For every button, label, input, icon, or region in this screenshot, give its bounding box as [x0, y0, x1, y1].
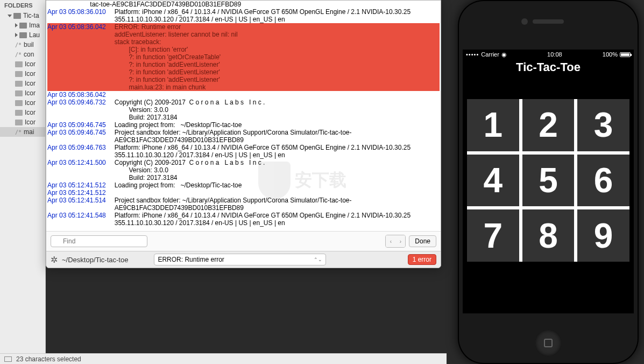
find-input[interactable] [51, 235, 147, 247]
tree-item[interactable]: Icor [0, 98, 45, 108]
log-message: Project sandbox folder: ~/Library/Applic… [111, 197, 440, 212]
phone-earpiece [533, 19, 564, 24]
image-icon [15, 120, 23, 125]
home-icon [544, 339, 553, 347]
error-count-badge[interactable]: 1 error [408, 254, 436, 265]
log-timestamp: Apr 03 05:12:41.548 [47, 212, 111, 227]
game-cell[interactable]: 5 [522, 155, 575, 207]
tree-item[interactable]: /*buil [0, 40, 45, 50]
file-icon: /* [15, 129, 22, 135]
app-title: Tic-Tac-Toe [463, 60, 634, 74]
log-line: Apr 03 05:12:41.512 [47, 189, 440, 197]
log-timestamp: Apr 03 05:09:46.745 [47, 129, 111, 144]
tree-item-label: buil [24, 41, 34, 48]
game-cell[interactable]: 2 [522, 99, 575, 151]
tree-item[interactable]: Icor [0, 88, 45, 98]
log-line: Apr 03 05:09:46.745 Project sandbox fold… [47, 129, 440, 144]
tree-item[interactable]: Ima [0, 20, 45, 30]
disclosure-triangle-icon[interactable] [8, 15, 12, 17]
log-timestamp: Apr 03 05:12:41.514 [47, 197, 111, 212]
tree-item[interactable]: Icor [0, 117, 45, 127]
error-dropdown-label: ERROR: Runtime error [158, 256, 224, 263]
log-message: ERROR: Runtime error addEventListener: l… [111, 23, 238, 91]
image-icon [15, 61, 23, 67]
done-button[interactable]: Done [409, 235, 436, 247]
game-cell[interactable]: 3 [577, 99, 629, 151]
editor-status-bar: 23 characters selected [0, 353, 447, 364]
tree-item[interactable]: Icor [0, 69, 45, 79]
log-line: Apr 03 05:09:46.732 Copyright (C) 2009-2… [47, 99, 440, 121]
log-line: Apr 03 05:12:41.514 Project sandbox fold… [47, 197, 440, 212]
log-line: Apr 03 05:12:41.500 Copyright (C) 2009-2… [47, 159, 440, 181]
log-line: Apr 03 05:12:41.512 Loading project from… [47, 181, 440, 189]
log-timestamp: Apr 03 05:12:41.500 [47, 159, 111, 181]
tree-item-label: Tic-ta [23, 12, 39, 19]
image-icon [15, 81, 23, 87]
selection-status: 23 characters selected [16, 355, 81, 363]
game-cell[interactable]: 1 [467, 99, 519, 151]
folder-icon [19, 32, 27, 38]
tree-item-label: mai [24, 128, 34, 136]
find-prev-button[interactable]: ‹ [386, 235, 395, 247]
phone-time: 10:08 [547, 51, 562, 58]
tree-item[interactable]: Lau [0, 30, 45, 40]
log-timestamp: Apr 03 05:12:41.512 [47, 189, 111, 197]
image-icon [15, 90, 23, 96]
game-cell[interactable]: 6 [577, 155, 629, 207]
image-icon [15, 100, 23, 106]
tree-item[interactable]: Icor [0, 108, 45, 117]
phone-status-bar: ••••• Carrier ◉ 10:08 100% [463, 50, 634, 59]
log-message: Platform: iPhone / x86_64 / 10.13.4 / NV… [111, 144, 440, 159]
log-message: Copyright (C) 2009-2017 C o r o n a L a … [111, 99, 265, 121]
wifi-icon: ◉ [501, 51, 507, 58]
carrier-label: Carrier [481, 51, 499, 58]
log-line: Apr 03 05:09:46.763 Platform: iPhone / x… [47, 144, 440, 159]
log-timestamp: Apr 03 05:09:46.763 [47, 144, 111, 159]
game-cell[interactable]: 4 [467, 155, 519, 207]
log-timestamp: Apr 03 05:09:46.732 [47, 99, 111, 121]
panel-icon[interactable] [4, 356, 12, 362]
file-icon: /* [15, 52, 22, 58]
game-cell[interactable]: 9 [577, 209, 629, 262]
file-icon: /* [15, 42, 22, 48]
log-message [111, 189, 115, 197]
chevron-updown-icon: ⌃⌄ [314, 257, 322, 262]
battery-percent: 100% [603, 51, 618, 58]
disclosure-triangle-icon[interactable] [15, 33, 18, 37]
log-line: Apr 03 05:09:46.745 Loading project from… [47, 121, 440, 129]
tree-item-label: Icor [25, 109, 36, 116]
tree-item[interactable]: /*mai [0, 127, 45, 137]
log-timestamp: Apr 03 05:08:36.042 [47, 91, 111, 99]
log-timestamp: Apr 03 05:12:41.512 [47, 181, 111, 189]
tree-item-label: Icor [25, 99, 36, 107]
home-button[interactable] [535, 330, 562, 356]
tree-item[interactable]: /*con [0, 50, 45, 59]
image-icon [15, 71, 23, 77]
tree-item-label: Icor [25, 70, 36, 78]
log-timestamp: Apr 03 05:08:36.042 [47, 23, 111, 91]
tree-item[interactable]: Icor [0, 59, 45, 69]
disclosure-triangle-icon[interactable] [15, 23, 18, 27]
tree-item-label: Icor [25, 80, 36, 87]
error-dropdown[interactable]: ERROR: Runtime error ⌃⌄ [154, 254, 326, 265]
log-timestamp: Apr 03 05:09:46.745 [47, 121, 111, 129]
tree-item-label: Icor [25, 60, 36, 68]
folder-icon [19, 23, 27, 29]
tree-item[interactable]: Tic-ta [0, 11, 45, 20]
find-next-button[interactable]: › [395, 235, 405, 247]
tree-item[interactable]: Icor [0, 79, 45, 88]
log-message: Platform: iPhone / x86_64 / 10.13.4 / NV… [111, 212, 440, 227]
console-window: tac-toe-AE9CB1FAC3DDED7439BD010B31EFBD89… [46, 0, 441, 268]
log-line: Apr 03 05:12:41.548 Platform: iPhone / x… [47, 212, 440, 227]
find-bar: 🔍 ‹ › Done [46, 231, 441, 251]
log-timestamp [47, 1, 87, 8]
phone-screen[interactable]: ••••• Carrier ◉ 10:08 100% Tic-Tac-Toe 1… [463, 50, 634, 313]
log-message: Loading project from: ~/Desktop/Tic-tac-… [111, 181, 242, 189]
game-cell[interactable]: 8 [522, 209, 575, 262]
game-grid: 123456789 [467, 99, 629, 262]
file-tree: Tic-taImaLau/*buil/*conIcorIcorIcorIcorI… [0, 11, 45, 137]
game-cell[interactable]: 7 [467, 209, 519, 262]
sidebar-header: FOLDERS [0, 0, 45, 11]
gear-icon[interactable]: ✲ [51, 255, 58, 265]
log-output[interactable]: tac-toe-AE9CB1FAC3DDED7439BD010B31EFBD89… [46, 1, 441, 231]
